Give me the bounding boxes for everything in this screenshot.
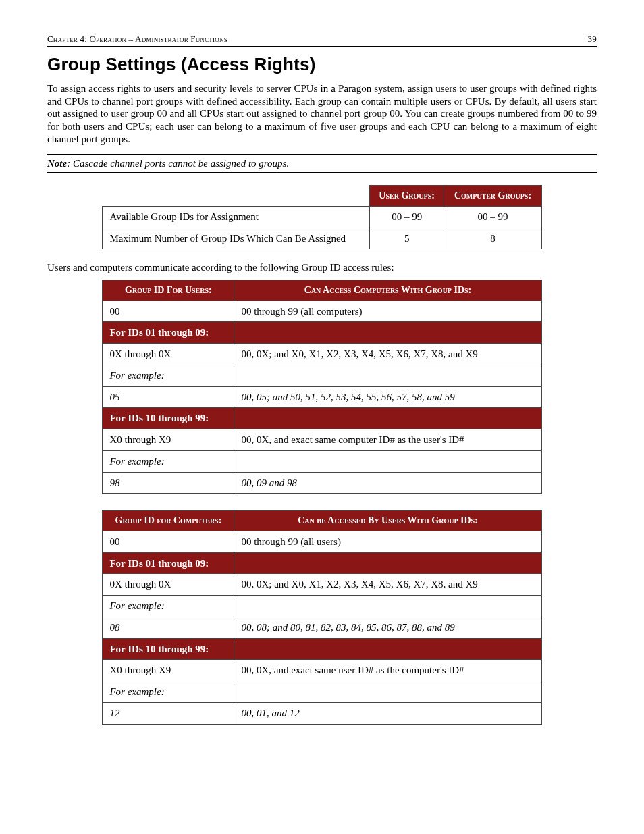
rules-cell: 00, 0X, and exact same user ID# as the c… (234, 660, 541, 681)
rules-cell: 08 (103, 617, 234, 638)
table-row: For example: (103, 596, 541, 617)
rules-cell: For IDs 01 through 09: (103, 552, 234, 574)
rules-cell: 00, 0X, and exact same computer ID# as t… (234, 429, 541, 451)
summary-cell: 00 – 99 (444, 206, 541, 228)
table-row: For IDs 01 through 09: (103, 322, 541, 344)
rules-cell: 98 (103, 472, 234, 494)
rules-header-left: Group ID for Computers: (103, 511, 234, 531)
rules-cell (234, 552, 541, 574)
rules-cell: For example: (103, 365, 234, 386)
page-header: Chapter 4: Operation – Administrator Fun… (47, 34, 597, 47)
rules-header-right: Can Access Computers With Group IDs: (234, 280, 541, 301)
summary-header-user: User Groups: (369, 186, 444, 207)
rules-cell: 00, 0X; and X0, X1, X2, X3, X4, X5, X6, … (234, 344, 541, 365)
rules-header-left: Group ID For Users: (103, 280, 234, 301)
rules-header-right: Can be Accessed By Users With Group IDs: (234, 511, 541, 531)
table-row: For IDs 10 through 99: (103, 638, 541, 660)
note-box: Note: Cascade channel ports cannot be as… (47, 154, 597, 174)
rules-cell (234, 408, 541, 429)
summary-header-computer: Computer Groups: (444, 186, 541, 207)
rules-cell: 05 (103, 386, 234, 408)
table-row: 0000 through 99 (all computers) (103, 301, 541, 322)
summary-cell: 8 (444, 228, 541, 249)
summary-table: User Groups: Computer Groups: Available … (102, 185, 541, 249)
table-row: 0X through 0X00, 0X; and X0, X1, X2, X3,… (103, 574, 541, 596)
summary-header-blank (103, 186, 370, 207)
rules-intro: Users and computers communicate accordin… (47, 261, 597, 274)
rules-cell: For IDs 01 through 09: (103, 322, 234, 344)
rules-cell: 00, 01, and 12 (234, 702, 541, 724)
rules-cell (234, 596, 541, 617)
rules-cell: 00 through 99 (all users) (234, 531, 541, 552)
rules-cell: 00 (103, 531, 234, 552)
rules-cell: For example: (103, 681, 234, 703)
rules-cell: For example: (103, 596, 234, 617)
summary-cell: 5 (369, 228, 444, 249)
computers-access-table: Group ID for Computers: Can be Accessed … (102, 510, 541, 724)
rules-cell: 00, 09 and 98 (234, 472, 541, 494)
users-access-table: Group ID For Users: Can Access Computers… (102, 280, 541, 494)
table-row: 0800, 08; and 80, 81, 82, 83, 84, 85, 86… (103, 617, 541, 638)
rules-cell: X0 through X9 (103, 429, 234, 451)
rules-cell: X0 through X9 (103, 660, 234, 681)
rules-cell: For IDs 10 through 99: (103, 408, 234, 429)
rules-cell (234, 681, 541, 703)
table-row: X0 through X900, 0X, and exact same user… (103, 660, 541, 681)
section-title: Group Settings (Access Rights) (47, 53, 597, 76)
rules-cell (234, 322, 541, 344)
page-content: Chapter 4: Operation – Administrator Fun… (47, 34, 597, 725)
rules-cell: 00, 0X; and X0, X1, X2, X3, X4, X5, X6, … (234, 574, 541, 596)
table-row: For example: (103, 365, 541, 386)
rules-cell: 12 (103, 702, 234, 724)
table-row: Available Group IDs for Assignment 00 – … (103, 206, 541, 228)
note-label: Note (47, 158, 67, 169)
rules-cell: 00, 08; and 80, 81, 82, 83, 84, 85, 86, … (234, 617, 541, 638)
table-row: For IDs 10 through 99: (103, 408, 541, 429)
rules-cell: For IDs 10 through 99: (103, 638, 234, 660)
note-text: : Cascade channel ports cannot be assign… (67, 158, 289, 169)
rules-cell: 0X through 0X (103, 344, 234, 365)
rules-cell: 00 (103, 301, 234, 322)
table-row: Maximum Number of Group IDs Which Can Be… (103, 228, 541, 249)
rules-cell: 0X through 0X (103, 574, 234, 596)
summary-cell: 00 – 99 (369, 206, 444, 228)
table-row: 0500, 05; and 50, 51, 52, 53, 54, 55, 56… (103, 386, 541, 408)
rules-cell: 00, 05; and 50, 51, 52, 53, 54, 55, 56, … (234, 386, 541, 408)
table-row: For example: (103, 450, 541, 472)
chapter-breadcrumb: Chapter 4: Operation – Administrator Fun… (47, 34, 227, 45)
table-row: For example: (103, 681, 541, 703)
table-row: For IDs 01 through 09: (103, 552, 541, 574)
rules-cell: 00 through 99 (all computers) (234, 301, 541, 322)
rules-cell (234, 638, 541, 660)
rules-cell: For example: (103, 450, 234, 472)
table-row: 1200, 01, and 12 (103, 702, 541, 724)
table-row: 0000 through 99 (all users) (103, 531, 541, 552)
table-row: 0X through 0X00, 0X; and X0, X1, X2, X3,… (103, 344, 541, 365)
page-number: 39 (588, 34, 597, 45)
rules-cell (234, 365, 541, 386)
summary-cell: Maximum Number of Group IDs Which Can Be… (103, 228, 370, 249)
table-row: X0 through X900, 0X, and exact same comp… (103, 429, 541, 451)
table-row: 9800, 09 and 98 (103, 472, 541, 494)
summary-cell: Available Group IDs for Assignment (103, 206, 370, 228)
rules-cell (234, 450, 541, 472)
intro-paragraph: To assign access rights to users and sec… (47, 82, 597, 146)
